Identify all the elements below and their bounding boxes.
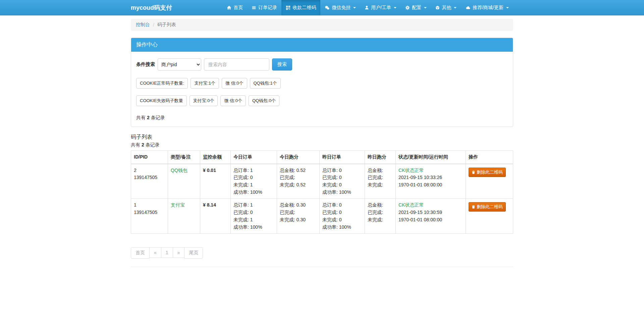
box-icon (435, 5, 440, 10)
caret-down-icon (394, 7, 396, 8)
operation-panel: 操作中心 条件搜索 商户pid 搜索 COOKIE正常码子数量:支付宝:1个微 … (131, 38, 513, 127)
row-pid: 139147505 (134, 174, 165, 181)
row-id: 2 (134, 167, 165, 174)
yesterday-order-cell: 总订单: 0已完成: 0未完成: 0成功率: 100% (320, 164, 365, 199)
stat-button[interactable]: COOKIE正常码子数量: (136, 78, 188, 89)
records-count: 2 (147, 115, 150, 120)
yesterday-points-cell: 总金额:已完成:未完成: (365, 199, 396, 234)
stat-button[interactable]: 微 信:0个 (220, 95, 246, 106)
today-order-cell-line: 未完成: 1 (233, 216, 274, 224)
page-last[interactable]: 尾页 (184, 247, 203, 259)
nav-item-home[interactable]: 首页 (222, 0, 247, 15)
nav-item-label: 收款二维码 (292, 5, 316, 11)
run-time: 1970-01-01 08:00:00 (398, 216, 463, 224)
page-1[interactable]: 1 (161, 247, 173, 258)
column-header-5: 昨日订单 (320, 151, 365, 164)
pagination-item: 尾页 (184, 247, 203, 259)
today-points-cell: 总金额: 0.30已完成:未完成: 0.30 (277, 199, 320, 234)
page-next[interactable]: » (173, 247, 185, 258)
nav-item-label: 配置 (412, 5, 421, 11)
balance-cell: ¥ 0.01 (200, 164, 231, 199)
today-order-cell-line: 已完成: 0 (233, 209, 274, 216)
today-order-cell-line: 总订单: 1 (233, 202, 274, 209)
column-header-1: 类型/备注 (168, 151, 200, 164)
today-points-cell: 总金额: 0.52已完成:未完成: 0.52 (277, 164, 320, 199)
navbar: mycoud码支付 首页订单记录收款二维码微信免挂用户/工单配置其他推荐/商城/… (0, 0, 644, 15)
column-header-6: 昨日跑分 (365, 151, 396, 164)
yesterday-order-cell-line: 未完成: 0 (322, 216, 362, 224)
page-prev[interactable]: « (149, 247, 161, 258)
table-row: 2139147505QQ钱包¥ 0.01总订单: 1已完成: 0未完成: 1成功… (131, 164, 513, 199)
nav-item-label: 用户/工单 (371, 5, 391, 11)
stat-button[interactable]: 微 信:0个 (222, 78, 247, 89)
column-header-0: ID/PID (131, 151, 168, 164)
panel-title: 操作中心 (131, 38, 513, 52)
yesterday-order-cell-line: 成功率: 100% (322, 189, 362, 196)
today-points-cell-line: 总金额: 0.30 (280, 202, 317, 209)
trash-icon (472, 205, 475, 209)
page-first[interactable]: 首页 (131, 247, 150, 259)
search-label: 条件搜索 (136, 61, 155, 68)
stat-button[interactable]: QQ钱包:1个 (250, 78, 281, 89)
nav-item-qrcode[interactable]: 收款二维码 (281, 0, 320, 15)
brand[interactable]: mycoud码支付 (131, 0, 172, 15)
nav-item-orders[interactable]: 订单记录 (247, 0, 281, 15)
delete-qrcode-button[interactable]: 删除此二维码 (469, 202, 506, 212)
stat-button[interactable]: 支付宝:0个 (190, 95, 218, 106)
records-prefix: 共有 (131, 142, 140, 147)
today-points-cell-line: 未完成: 0.30 (280, 216, 317, 224)
pagination: 首页«1»尾页 (131, 247, 513, 259)
list-records-summary: 共有2条记录 (131, 142, 513, 148)
channel-type-cell: QQ钱包 (168, 164, 200, 199)
yesterday-points-cell-line: 未完成: (368, 216, 393, 224)
today-order-cell-line: 成功率: 100% (233, 224, 274, 231)
delete-qrcode-button[interactable]: 删除此二维码 (469, 168, 506, 177)
breadcrumb-separator: / (153, 22, 154, 28)
pagination-item: 1 (161, 247, 173, 259)
records-suffix: 条记录 (151, 115, 165, 120)
search-button[interactable]: 搜索 (272, 58, 292, 71)
nav-item-users[interactable]: 用户/工单 (360, 0, 401, 15)
nav-item-other[interactable]: 其他 (431, 0, 461, 15)
list-title: 码子列表 (131, 134, 513, 141)
breadcrumb-home-link[interactable]: 控制台 (136, 22, 150, 28)
stat-button[interactable]: COOKIE失效码子数量 (136, 95, 187, 106)
search-type-select[interactable]: 商户pid (158, 58, 201, 71)
today-order-cell-line: 总订单: 1 (233, 167, 274, 174)
qrcode-icon (286, 5, 290, 10)
ck-status: CK状态正常 (398, 202, 463, 209)
column-header-7: 状态/更新时间/运行时间 (396, 151, 466, 164)
today-order-cell-line: 已完成: 0 (233, 174, 274, 181)
yesterday-points-cell-line: 已完成: (368, 174, 393, 181)
records-suffix: 条记录 (146, 142, 160, 147)
run-time: 1970-01-01 08:00:00 (398, 181, 463, 189)
cloud-icon (465, 5, 471, 10)
yesterday-order-cell-line: 未完成: 0 (322, 181, 362, 189)
nav-item-recommend[interactable]: 推荐/商城/更新 (461, 0, 513, 15)
column-header-8: 操作 (466, 151, 513, 164)
today-points-cell-line: 已完成: (280, 209, 317, 216)
caret-down-icon (424, 7, 427, 8)
records-count: 2 (142, 142, 144, 147)
today-order-cell: 总订单: 1已完成: 0未完成: 1成功率: 100% (231, 199, 277, 234)
yesterday-order-cell-line: 已完成: 0 (322, 209, 362, 216)
update-time: 2021-09-15 10:30:59 (398, 209, 463, 216)
search-input[interactable] (204, 58, 269, 71)
home-icon (227, 5, 231, 10)
action-cell: 删除此二维码 (466, 164, 513, 199)
records-prefix: 共有 (136, 115, 146, 120)
balance-cell: ¥ 8.14 (200, 199, 231, 234)
stat-button[interactable]: QQ钱包:0个 (249, 95, 279, 106)
stat-row-invalid: COOKIE失效码子数量支付宝:0个微 信:0个QQ钱包:0个 (136, 95, 508, 106)
gear-icon (405, 5, 410, 10)
nav-item-config[interactable]: 配置 (401, 0, 431, 15)
action-cell: 删除此二维码 (466, 199, 513, 234)
nav-item-label: 首页 (233, 5, 243, 11)
stat-button[interactable]: 支付宝:1个 (191, 78, 219, 89)
ck-status: CK状态正常 (398, 167, 463, 174)
table-row: 1139147505支付宝¥ 8.14总订单: 1已完成: 0未完成: 1成功率… (131, 199, 513, 234)
yesterday-points-cell-line: 总金额: (368, 202, 393, 209)
trash-icon (472, 170, 475, 174)
bottom-divider (131, 267, 513, 267)
nav-item-wechat[interactable]: 微信免挂 (320, 0, 360, 15)
